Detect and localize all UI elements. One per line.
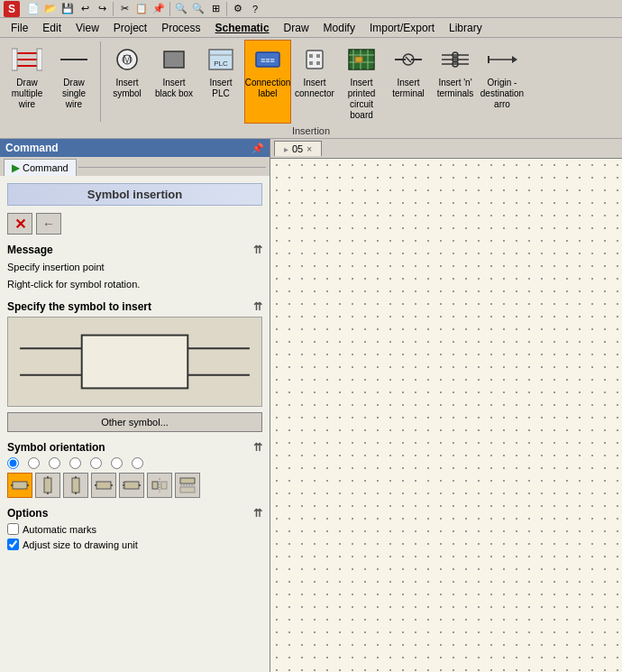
settings-icon[interactable]: ⚙: [230, 1, 246, 17]
insert-symbol-button[interactable]: M Insert symbol: [104, 40, 151, 124]
menu-process[interactable]: Process: [154, 20, 207, 36]
svg-rect-21: [316, 61, 320, 65]
menu-project[interactable]: Project: [106, 20, 154, 36]
draw-multiple-wire-label: Draw multiple wire: [6, 78, 48, 110]
automatic-marks-row: Automatic marks: [7, 523, 262, 535]
panel-content: Symbol insertion ✕ ← Message ⇈ Specify i…: [0, 176, 270, 672]
svg-rect-56: [96, 482, 111, 489]
message-line1: Specify insertion point: [7, 260, 262, 275]
help-icon[interactable]: ?: [247, 1, 263, 17]
toolbar-section-label: Insertion: [0, 125, 622, 138]
svg-rect-20: [309, 61, 313, 65]
specify-symbol-collapse-btn[interactable]: ⇈: [253, 300, 262, 313]
automatic-marks-label: Automatic marks: [23, 524, 96, 535]
tab-command-label: Command: [23, 162, 69, 173]
menu-file[interactable]: File: [4, 20, 35, 36]
menu-modify[interactable]: Modify: [316, 20, 362, 36]
pin-icon[interactable]: 📌: [252, 143, 264, 154]
new-icon[interactable]: 📄: [25, 1, 41, 17]
radio-3[interactable]: [49, 457, 60, 469]
insert-n-terminals-label: Insert 'n' terminals: [434, 78, 476, 99]
canvas-grid[interactable]: [270, 159, 622, 672]
svg-rect-5: [12, 49, 17, 70]
symbol-insertion-title: Symbol insertion: [87, 188, 182, 201]
canvas-tab-bar: ▸ 05 ×: [270, 139, 622, 159]
canvas-tab-05[interactable]: ▸ 05 ×: [274, 141, 322, 156]
specify-symbol-title: Specify the symbol to insert: [7, 300, 151, 313]
insert-terminal-button[interactable]: Insert terminal: [385, 40, 432, 124]
svg-rect-17: [306, 51, 323, 69]
zoom-out-icon[interactable]: 🔍: [190, 1, 206, 17]
open-icon[interactable]: 📂: [42, 1, 59, 17]
orient-flip-v-button[interactable]: [91, 473, 116, 498]
symbol-preview: [7, 317, 262, 407]
connection-label-label: Connection label: [245, 78, 291, 99]
menu-import-export[interactable]: Import/Export: [362, 20, 442, 36]
insert-printed-circuit-board-button[interactable]: Insert printed circuit board: [338, 40, 385, 124]
app-logo[interactable]: S: [2, 0, 22, 19]
panel-tabs: ▶ Command: [0, 157, 270, 176]
zoom-in-icon[interactable]: 🔍: [173, 1, 189, 17]
connection-label-button[interactable]: ≡≡≡ Connection label: [244, 40, 291, 124]
menu-schematic[interactable]: Schematic: [208, 20, 277, 36]
radio-7[interactable]: [132, 457, 143, 469]
insert-connector-label: Insert connector: [294, 78, 335, 99]
draw-multiple-wire-button[interactable]: Draw multiple wire: [4, 40, 50, 124]
menu-view[interactable]: View: [69, 20, 106, 36]
cancel-button[interactable]: ✕: [7, 213, 32, 235]
redo-icon[interactable]: ↪: [94, 1, 110, 17]
zoom-fit-icon[interactable]: ⊞: [207, 1, 224, 17]
svg-rect-64: [161, 482, 167, 489]
orientation-collapse-btn[interactable]: ⇈: [253, 441, 262, 454]
orientation-section: Symbol orientation ⇈: [7, 441, 262, 498]
radio-6[interactable]: [111, 457, 123, 469]
svg-rect-67: [180, 487, 195, 492]
radio-2[interactable]: [28, 457, 40, 469]
radio-4[interactable]: [69, 457, 81, 469]
back-button[interactable]: ←: [36, 213, 61, 235]
svg-rect-66: [180, 478, 195, 483]
other-symbol-button[interactable]: Other symbol...: [7, 412, 262, 432]
copy-icon[interactable]: 📋: [133, 1, 150, 17]
insert-black-box-label: Insert black box: [153, 78, 195, 99]
menu-draw[interactable]: Draw: [277, 20, 316, 36]
orient-rotate-cw-button[interactable]: [63, 473, 88, 498]
orient-mirror-v-button[interactable]: [175, 473, 200, 498]
radio-5[interactable]: [90, 457, 102, 469]
insert-n-terminals-button[interactable]: Insert 'n' terminals: [432, 40, 479, 124]
undo-icon[interactable]: ↩: [77, 1, 93, 17]
automatic-marks-checkbox[interactable]: [7, 523, 19, 535]
menu-bar: File Edit View Project Process Schematic…: [0, 18, 622, 38]
svg-rect-50: [44, 478, 51, 492]
origin-destination-arrow-button[interactable]: Origin - destination arro: [479, 40, 526, 124]
svg-marker-40: [512, 56, 517, 63]
options-collapse-btn[interactable]: ⇈: [253, 507, 262, 520]
insert-connector-button[interactable]: Insert connector: [291, 40, 338, 124]
orient-flip-h-button[interactable]: [119, 473, 144, 498]
radio-1[interactable]: [7, 457, 19, 469]
adjust-size-checkbox[interactable]: [7, 539, 19, 550]
svg-rect-19: [316, 54, 320, 58]
menu-edit[interactable]: Edit: [35, 20, 69, 36]
insert-plc-button[interactable]: PLC Insert PLC: [197, 40, 244, 124]
draw-single-wire-button[interactable]: Draw single wire: [50, 40, 97, 124]
canvas-tab-label: 05: [292, 143, 303, 154]
message-line2: Right-click for symbol rotation.: [7, 277, 262, 292]
message-collapse-btn[interactable]: ⇈: [253, 244, 262, 256]
panel-title: Command: [5, 142, 59, 154]
insert-black-box-button[interactable]: Insert black box: [151, 40, 197, 124]
canvas-tab-close[interactable]: ×: [306, 144, 312, 154]
tab-command[interactable]: ▶ Command: [4, 159, 77, 176]
menu-library[interactable]: Library: [442, 20, 489, 36]
paste-icon[interactable]: 📌: [151, 1, 167, 17]
svg-rect-53: [72, 478, 79, 492]
orient-normal-button[interactable]: [7, 473, 32, 498]
orient-mirror-h-button[interactable]: [147, 473, 172, 498]
message-title: Message: [7, 244, 53, 256]
svg-rect-18: [309, 54, 313, 58]
cut-icon[interactable]: ✂: [116, 1, 133, 17]
save-icon[interactable]: 💾: [59, 1, 76, 17]
options-section: Options ⇈ Automatic marks Adjust size to…: [7, 507, 262, 550]
orient-rotate-ccw-button[interactable]: [35, 473, 60, 498]
specify-symbol-section: Specify the symbol to insert ⇈: [7, 300, 262, 432]
